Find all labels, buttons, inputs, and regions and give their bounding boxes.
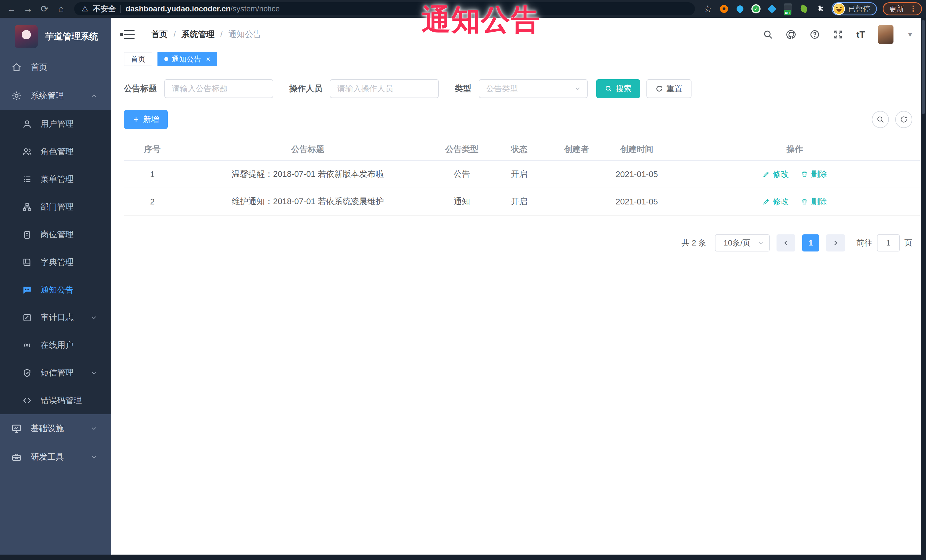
extension-leaf-icon[interactable] — [799, 4, 809, 14]
users-icon — [22, 147, 32, 157]
vertical-scrollbar[interactable] — [921, 18, 926, 555]
fullscreen-icon[interactable] — [833, 29, 843, 40]
org-tree-icon — [22, 202, 32, 212]
user-avatar[interactable] — [878, 25, 893, 44]
browser-back-icon[interactable]: ← — [4, 2, 19, 16]
bookmark-star-icon[interactable]: ☆ — [704, 3, 712, 14]
pencil-icon — [763, 198, 770, 205]
sidebar-item-audit-log[interactable]: 审计日志 — [0, 304, 111, 331]
search-icon[interactable] — [763, 29, 773, 40]
page-header: 首页 / 系统管理 / 通知公告 tT ▼ — [111, 18, 926, 51]
goto-page-input[interactable] — [877, 234, 900, 252]
sidebar-item-notice-mgmt[interactable]: 通知公告 — [0, 276, 111, 304]
search-button[interactable]: 搜索 — [596, 79, 640, 98]
prev-page-button[interactable] — [776, 234, 795, 252]
delete-button[interactable]: 删除 — [801, 196, 827, 207]
avatar-caret-icon[interactable]: ▼ — [906, 30, 914, 38]
sidebar-item-user-mgmt[interactable]: 用户管理 — [0, 110, 111, 138]
reset-button[interactable]: 重置 — [646, 79, 691, 98]
tag-home[interactable]: 首页 — [124, 52, 152, 66]
chevron-down-icon — [90, 425, 98, 432]
sidebar-item-dept-mgmt[interactable]: 部门管理 — [0, 193, 111, 221]
breadcrumb-home[interactable]: 首页 — [151, 29, 168, 40]
chevron-down-icon — [90, 369, 98, 377]
col-header-actions: 操作 — [670, 144, 920, 155]
monitor-chart-icon — [11, 423, 22, 434]
browser-profile-chip[interactable]: 已暂停 — [832, 2, 877, 15]
notice-page-content: 公告标题 操作人员 类型 公告类型 搜索 — [111, 67, 926, 555]
gear-icon — [11, 91, 22, 101]
extension-blue-gem-icon[interactable] — [767, 4, 777, 14]
refresh-table-button[interactable] — [895, 111, 912, 128]
sidebar-item-role-mgmt[interactable]: 角色管理 — [0, 138, 111, 165]
search-form: 公告标题 操作人员 类型 公告类型 搜索 — [124, 79, 920, 98]
sidebar-item-system[interactable]: 系统管理 — [0, 82, 111, 110]
page-url[interactable]: dashboard.yudao.iocoder.cn/system/notice — [126, 5, 280, 14]
omnibox-divider — [120, 5, 121, 13]
font-size-icon[interactable]: tT — [856, 29, 865, 40]
sidebar-item-infra[interactable]: 基础设施 — [0, 414, 111, 443]
sidebar-item-online-users[interactable]: 在线用户 — [0, 331, 111, 359]
delete-button[interactable]: 删除 — [801, 169, 827, 180]
scrollbar-thumb[interactable] — [922, 20, 925, 114]
trash-icon — [801, 171, 808, 178]
cell-time: 2021-01-05 — [604, 197, 670, 207]
add-button[interactable]: 新增 — [124, 110, 168, 129]
page-size-select[interactable]: 10条/页 — [715, 234, 770, 252]
extension-blue-drop-icon[interactable] — [735, 4, 745, 14]
github-icon[interactable] — [786, 29, 796, 40]
address-bar[interactable]: ⚠ 不安全 dashboard.yudao.iocoder.cn/system/… — [74, 2, 695, 15]
home-icon — [11, 62, 22, 72]
window-bottom-edge — [0, 555, 926, 560]
operator-filter-input[interactable] — [330, 79, 439, 98]
app-logo-row[interactable]: 芋道管理系统 — [0, 18, 111, 53]
col-header-status: 状态 — [489, 144, 549, 155]
browser-menu-kebab-icon[interactable]: ⋮ — [909, 6, 917, 11]
sidebar-item-post-mgmt[interactable]: 岗位管理 — [0, 221, 111, 248]
sidebar-collapse-icon[interactable] — [124, 30, 135, 39]
sidebar-item-menu-mgmt[interactable]: 菜单管理 — [0, 165, 111, 193]
help-icon[interactable] — [809, 29, 820, 40]
filter-operator-group: 操作人员 — [289, 79, 439, 98]
title-filter-input[interactable] — [164, 79, 273, 98]
sidebar-item-home[interactable]: 首页 — [0, 53, 111, 82]
sidebar-item-dict-mgmt[interactable]: 字典管理 — [0, 248, 111, 276]
col-header-title: 公告标题 — [181, 144, 435, 155]
page-number-active[interactable]: 1 — [802, 234, 819, 252]
edit-button[interactable]: 修改 — [763, 169, 789, 180]
browser-chrome-bar: ← → ⟳ ⌂ ⚠ 不安全 dashboard.yudao.iocoder.cn… — [0, 0, 926, 18]
sidebar-item-errcode-mgmt[interactable]: 错误码管理 — [0, 386, 111, 414]
table-toolbar: 新增 — [124, 110, 920, 129]
refresh-icon — [900, 115, 908, 124]
browser-forward-icon[interactable]: → — [21, 2, 35, 16]
extensions-puzzle-icon[interactable] — [815, 4, 825, 14]
audit-log-icon — [22, 313, 32, 323]
extension-switch-icon[interactable]: on — [783, 4, 793, 14]
tag-close-icon[interactable]: × — [206, 55, 210, 63]
user-icon — [22, 119, 32, 129]
cell-status: 开启 — [489, 196, 549, 207]
tag-notice-active[interactable]: 通知公告 × — [157, 52, 217, 66]
show-search-toggle-button[interactable] — [872, 111, 889, 128]
sidebar-item-dev-tools[interactable]: 研发工具 — [0, 443, 111, 471]
breadcrumb-current: 通知公告 — [228, 29, 261, 40]
cell-no: 2 — [124, 197, 181, 207]
app-logo — [15, 25, 38, 48]
extension-orange-ring-icon[interactable] — [719, 4, 729, 14]
chevron-down-icon — [757, 239, 764, 247]
browser-home-icon[interactable]: ⌂ — [54, 2, 68, 16]
sidebar-item-sms-mgmt[interactable]: 短信管理 — [0, 359, 111, 386]
security-label[interactable]: 不安全 — [93, 4, 116, 14]
browser-reload-icon[interactable]: ⟳ — [37, 2, 52, 16]
profile-emoji-avatar — [834, 4, 844, 14]
browser-update-button[interactable]: 更新 ⋮ — [883, 2, 922, 15]
badge-icon — [22, 230, 32, 240]
edit-button[interactable]: 修改 — [763, 196, 789, 207]
extension-green-circle-icon[interactable]: ✓ — [751, 4, 761, 14]
cell-status: 开启 — [489, 169, 549, 180]
table-row: 2 维护通知：2018-07-01 若依系统凌晨维护 通知 开启 2021-01… — [124, 188, 920, 216]
breadcrumb-system[interactable]: 系统管理 — [182, 29, 215, 40]
next-page-button[interactable] — [826, 234, 845, 252]
notice-table: 序号 公告标题 公告类型 状态 创建者 创建时间 操作 1 温馨提醒：2018-… — [124, 139, 920, 216]
type-select[interactable]: 公告类型 — [479, 79, 588, 98]
